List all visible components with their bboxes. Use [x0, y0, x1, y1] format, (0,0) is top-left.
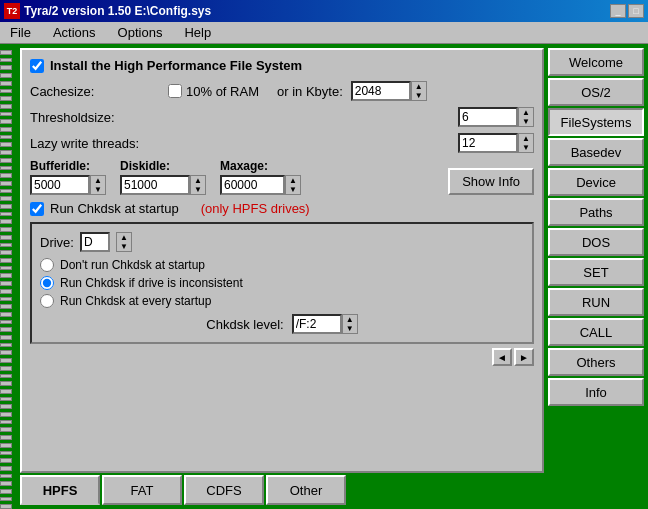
right-tab-dos[interactable]: DOS — [548, 228, 644, 256]
lazy-write-input[interactable] — [458, 133, 518, 153]
right-tab-call[interactable]: CALL — [548, 318, 644, 346]
notch — [0, 204, 12, 209]
notch — [0, 235, 12, 240]
tab-fat[interactable]: FAT — [102, 475, 182, 505]
drive-section: Drive: ▲ ▼ Don't run Chkdsk at startup R… — [30, 222, 534, 344]
maxage-spinner-btn[interactable]: ▲ ▼ — [285, 175, 301, 195]
notch — [0, 127, 12, 132]
right-tab-info[interactable]: Info — [548, 378, 644, 406]
nav-right-button[interactable]: ► — [514, 348, 534, 366]
diskidle-spinner-btn[interactable]: ▲ ▼ — [190, 175, 206, 195]
show-info-button[interactable]: Show Info — [448, 168, 534, 195]
maxage-group: Maxage: ▲ ▼ — [220, 159, 301, 195]
notch — [0, 89, 12, 94]
notch — [0, 266, 12, 271]
chkdsk-level-down-arrow[interactable]: ▼ — [343, 324, 357, 333]
thresholdsize-input[interactable] — [458, 107, 518, 127]
diskidle-down-arrow[interactable]: ▼ — [191, 185, 205, 194]
notch — [0, 504, 12, 509]
drive-down-arrow[interactable]: ▼ — [117, 242, 131, 251]
chkdsk-level-spinner-btn[interactable]: ▲ ▼ — [342, 314, 358, 334]
nav-left-button[interactable]: ◄ — [492, 348, 512, 366]
notch — [0, 258, 12, 263]
radio-none-label: Don't run Chkdsk at startup — [60, 258, 205, 272]
cachesize-up-arrow[interactable]: ▲ — [412, 82, 426, 91]
cachesize-down-arrow[interactable]: ▼ — [412, 91, 426, 100]
radio-none[interactable] — [40, 258, 54, 272]
maxage-up-arrow[interactable]: ▲ — [286, 176, 300, 185]
right-tab-filesystems[interactable]: FileSystems — [548, 108, 644, 136]
thresholdsize-spinner-btn[interactable]: ▲ ▼ — [518, 107, 534, 127]
drive-label: Drive: — [40, 235, 74, 250]
tab-hpfs[interactable]: HPFS — [20, 475, 100, 505]
lazy-write-spinner-btn[interactable]: ▲ ▼ — [518, 133, 534, 153]
maxage-down-arrow[interactable]: ▼ — [286, 185, 300, 194]
right-tab-paths[interactable]: Paths — [548, 198, 644, 226]
maximize-button[interactable]: □ — [628, 4, 644, 18]
diskidle-input[interactable] — [120, 175, 190, 195]
drive-up-arrow[interactable]: ▲ — [117, 233, 131, 242]
right-tab-others[interactable]: Others — [548, 348, 644, 376]
notch — [0, 320, 12, 325]
right-tab-set[interactable]: SET — [548, 258, 644, 286]
right-tab-run[interactable]: RUN — [548, 288, 644, 316]
notch — [0, 73, 12, 78]
radio-every[interactable] — [40, 294, 54, 308]
chkdsk-level-input[interactable] — [292, 314, 342, 334]
drive-spinner-btn[interactable]: ▲ ▼ — [116, 232, 132, 252]
menu-file[interactable]: File — [4, 24, 37, 41]
bufferidle-up-arrow[interactable]: ▲ — [91, 176, 105, 185]
install-checkbox-row: Install the High Performance File System — [30, 58, 534, 73]
bufferidle-spinner-btn[interactable]: ▲ ▼ — [90, 175, 106, 195]
menu-help[interactable]: Help — [178, 24, 217, 41]
bufferidle-down-arrow[interactable]: ▼ — [91, 185, 105, 194]
cachesize-row: Cachesize: 10% of RAM or in Kbyte: ▲ ▼ — [30, 81, 534, 101]
run-chkdsk-checkbox[interactable] — [30, 202, 44, 216]
cachesize-10pct-checkbox[interactable] — [168, 84, 182, 98]
cachesize-spinner-btn[interactable]: ▲ ▼ — [411, 81, 427, 101]
lazy-write-up-arrow[interactable]: ▲ — [519, 134, 533, 143]
thresholdsize-up-arrow[interactable]: ▲ — [519, 108, 533, 117]
notch — [0, 389, 12, 394]
chkdsk-level-row: Chkdsk level: ▲ ▼ — [40, 314, 524, 334]
minimize-button[interactable]: _ — [610, 4, 626, 18]
bufferidle-input[interactable] — [30, 175, 90, 195]
notch — [0, 474, 12, 479]
notch — [0, 374, 12, 379]
right-tab-device[interactable]: Device — [548, 168, 644, 196]
right-tab-os2[interactable]: OS/2 — [548, 78, 644, 106]
notch — [0, 273, 12, 278]
chkdsk-row: Run Chkdsk at startup (only HPFS drives) — [30, 201, 534, 216]
tab-cdfs[interactable]: CDFS — [184, 475, 264, 505]
thresholdsize-down-arrow[interactable]: ▼ — [519, 117, 533, 126]
menu-actions[interactable]: Actions — [47, 24, 102, 41]
notch — [0, 350, 12, 355]
notch — [0, 166, 12, 171]
install-checkbox[interactable] — [30, 59, 44, 73]
notch — [0, 497, 12, 502]
chkdsk-level-up-arrow[interactable]: ▲ — [343, 315, 357, 324]
lazy-write-down-arrow[interactable]: ▼ — [519, 143, 533, 152]
radio-inconsistent[interactable] — [40, 276, 54, 290]
app-icon: T2 — [4, 3, 20, 19]
right-tab-basedev[interactable]: Basedev — [548, 138, 644, 166]
tab-other[interactable]: Other — [266, 475, 346, 505]
radio-inconsistent-label: Run Chkdsk if drive is inconsistent — [60, 276, 243, 290]
main-panel: Install the High Performance File System… — [20, 48, 544, 473]
install-label: Install the High Performance File System — [50, 58, 302, 73]
notch — [0, 142, 12, 147]
title-bar-left: T2 Tyra/2 version 1.50 E:\Config.sys — [4, 3, 211, 19]
notch — [0, 289, 12, 294]
nav-arrows: ◄ ► — [30, 348, 534, 366]
notch — [0, 327, 12, 332]
diskidle-up-arrow[interactable]: ▲ — [191, 176, 205, 185]
notch — [0, 466, 12, 471]
notch — [0, 458, 12, 463]
cachesize-input[interactable] — [351, 81, 411, 101]
menu-options[interactable]: Options — [112, 24, 169, 41]
maxage-input[interactable] — [220, 175, 285, 195]
bufferidle-group: Bufferidle: ▲ ▼ — [30, 159, 106, 195]
right-tab-welcome[interactable]: Welcome — [548, 48, 644, 76]
drive-input[interactable] — [80, 232, 110, 252]
right-tabs: Welcome OS/2 FileSystems Basedev Device … — [548, 44, 648, 509]
